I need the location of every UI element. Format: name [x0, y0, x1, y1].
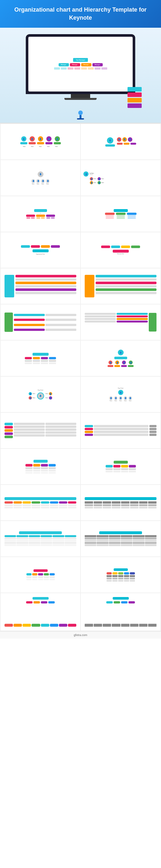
table-row	[4, 544, 76, 546]
c3	[23, 501, 31, 504]
slide-21	[1, 485, 80, 520]
pointer-base	[77, 118, 84, 120]
sub-box	[107, 365, 114, 367]
sub-box	[124, 143, 129, 145]
top-box	[21, 245, 30, 248]
cell	[41, 464, 48, 467]
l3-row	[36, 217, 45, 219]
grid-row-4	[26, 472, 56, 474]
grid-row-2	[26, 467, 56, 469]
footer-bar	[23, 624, 31, 627]
g6	[130, 501, 138, 504]
c6	[50, 501, 58, 504]
pointer-stand	[79, 115, 82, 118]
left-branches	[85, 313, 148, 332]
td	[29, 544, 40, 546]
footer-gray	[103, 624, 111, 627]
gm	[94, 504, 102, 506]
cell-lightest	[49, 472, 56, 474]
bar	[15, 275, 76, 277]
sub	[26, 601, 33, 603]
subtitle: Hierarchy Chart	[85, 253, 157, 254]
org-second-row: Manager Manager Manager Manager	[59, 63, 103, 66]
org-small-node	[81, 67, 87, 70]
bar	[15, 288, 76, 291]
person: 👤	[121, 361, 127, 367]
slide22-layout	[84, 496, 158, 510]
top-avatar: 👤	[118, 349, 124, 355]
sub-2	[121, 601, 128, 603]
sub-2	[106, 601, 113, 603]
sub-avatar: 👤	[90, 181, 93, 184]
slide-20	[81, 449, 160, 484]
sub-name: Name	[94, 178, 96, 180]
c5	[130, 572, 135, 575]
table-row	[4, 542, 76, 544]
bar-light	[96, 278, 157, 281]
center-avatar: 👤	[37, 393, 44, 400]
second-level: 👤 Name 👤 Name 👤 Name 👤 Name	[31, 179, 50, 185]
branch-row	[14, 314, 76, 316]
l-box	[4, 423, 13, 425]
pink-box	[101, 246, 110, 248]
slide28-layout	[84, 596, 158, 628]
org-chart-preview: Top Manager Manager Manager Manager Mana…	[31, 58, 130, 70]
sub-avatar: 👤	[122, 137, 127, 142]
fan-sub	[94, 425, 149, 427]
l-box	[4, 426, 13, 429]
sub-item: 👤 Name	[90, 181, 96, 184]
g2	[4, 507, 13, 508]
slide-3: 👤 👤 Name 👤 Name 👤 Name 👤 Name	[1, 160, 80, 195]
t	[44, 576, 49, 578]
slide-13	[1, 341, 80, 376]
gb	[85, 507, 93, 508]
t2	[118, 578, 123, 579]
top-boxes	[4, 245, 76, 248]
av: 👤	[124, 396, 127, 400]
slide-5	[1, 196, 80, 232]
side-boxes	[128, 87, 142, 108]
side-box-2	[128, 92, 142, 97]
g	[32, 504, 40, 506]
fan-row	[85, 428, 149, 430]
name-label: Name	[21, 146, 28, 147]
circular-org: Org Chart 👤 Name 👤 Name 👤	[4, 389, 76, 400]
th	[29, 535, 40, 537]
gb	[112, 507, 120, 508]
circular-row: 👤 Name 👤 Name 👤 Name 👤	[29, 392, 52, 400]
box	[41, 357, 48, 359]
td	[65, 542, 76, 544]
top-avatar: 👤	[118, 390, 123, 395]
td	[133, 540, 144, 541]
sub-avatar: 👤	[108, 361, 112, 364]
slide-15: Org Chart 👤 Name 👤 Name 👤	[1, 377, 80, 412]
g2	[23, 507, 31, 508]
gb	[139, 507, 148, 508]
teal-box	[111, 246, 120, 248]
sub-avatar: 👤	[46, 179, 50, 183]
slide17-layout	[3, 422, 77, 439]
bar-light	[96, 285, 157, 287]
grid-row-3	[106, 471, 136, 472]
c4	[32, 501, 40, 504]
g2	[59, 507, 67, 508]
cell-lightest	[41, 472, 48, 474]
sub-box	[33, 360, 40, 362]
row1	[26, 573, 55, 576]
name-box-2	[29, 142, 36, 144]
t3	[112, 580, 118, 582]
fan-branches	[14, 313, 76, 332]
branch-box	[14, 314, 45, 316]
av: 👤	[128, 396, 132, 400]
gb	[94, 507, 102, 508]
sub-avatar: 👤	[36, 179, 40, 183]
cell	[121, 465, 128, 467]
td	[133, 542, 144, 544]
t2	[112, 578, 118, 579]
cell-lighter	[33, 470, 40, 471]
r-box	[14, 426, 45, 428]
slide8-layout: Hierarchy Chart	[84, 244, 158, 256]
top-content-2	[85, 597, 157, 624]
g	[68, 504, 76, 506]
gray-grid	[85, 497, 157, 508]
